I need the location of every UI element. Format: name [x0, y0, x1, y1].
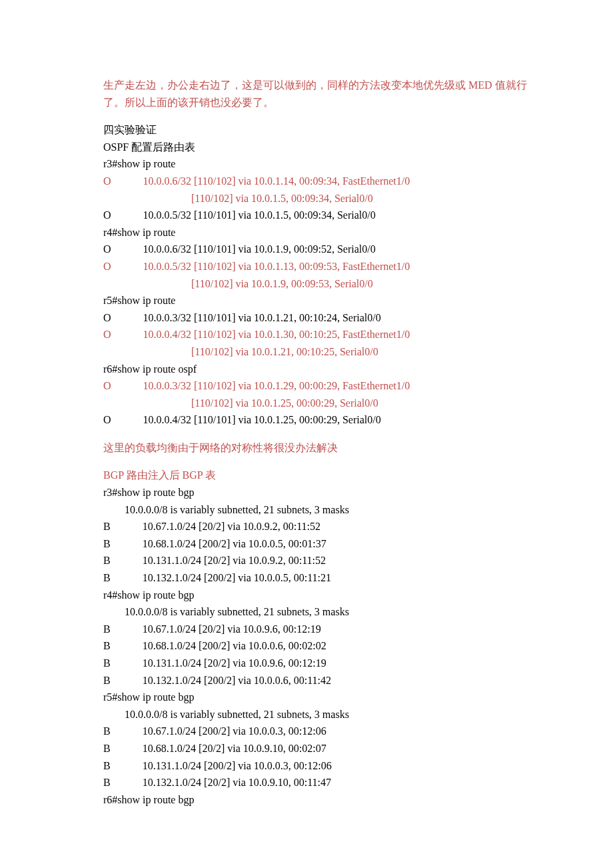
r6-route-line: O 10.0.0.4/32 [110/101] via 10.0.1.25, 0… [103, 411, 540, 429]
r6-route-line: [110/102] via 10.0.1.25, 00:00:29, Seria… [103, 395, 540, 412]
r5-bgp-line: B 10.67.1.0/24 [200/2] via 10.0.0.3, 00:… [103, 723, 540, 740]
r5-route-line: O 10.0.0.3/32 [110/101] via 10.0.1.21, 0… [103, 309, 540, 327]
section-title: 四实验验证 [103, 121, 540, 139]
r4-bgp-line: B 10.68.1.0/24 [200/2] via 10.0.0.6, 00:… [103, 637, 540, 655]
bgp-section-title: BGP 路由注入后 BGP 表 [103, 467, 540, 484]
r5-bgp-line: B 10.132.1.0/24 [20/2] via 10.0.9.10, 00… [103, 774, 540, 791]
note-symmetry: 这里的负载均衡由于网络的对称性将很没办法解决 [103, 439, 540, 457]
r4-command: r4#show ip route [103, 224, 540, 241]
r3-bgp-line: B 10.68.1.0/24 [200/2] via 10.0.0.5, 00:… [103, 535, 540, 553]
r3-bgp-command: r3#show ip route bgp [103, 484, 540, 501]
r3-bgp-line: B 10.132.1.0/24 [200/2] via 10.0.0.5, 00… [103, 569, 540, 587]
r6-bgp-command: r6#show ip route bgp [103, 791, 540, 809]
r4-route-line: [110/102] via 10.0.1.9, 00:09:53, Serial… [103, 275, 540, 293]
r3-bgp-subnet: 10.0.0.0/8 is variably subnetted, 21 sub… [103, 501, 540, 519]
ospf-subtitle: OSPF 配置后路由表 [103, 139, 540, 156]
r3-command: r3#show ip route [103, 155, 540, 173]
r3-route-line: O 10.0.0.5/32 [110/101] via 10.0.1.5, 00… [103, 207, 540, 224]
r3-route-line: [110/102] via 10.0.1.5, 00:09:34, Serial… [103, 190, 540, 207]
r4-bgp-subnet: 10.0.0.0/8 is variably subnetted, 21 sub… [103, 603, 540, 621]
r5-bgp-line: B 10.68.1.0/24 [20/2] via 10.0.9.10, 00:… [103, 740, 540, 757]
r5-command: r5#show ip route [103, 292, 540, 309]
r5-bgp-command: r5#show ip route bgp [103, 689, 540, 706]
document-page: 生产走左边，办公走右边了，这是可以做到的，同样的方法改变本地优先级或 MED 值… [0, 0, 613, 848]
r3-bgp-line: B 10.67.1.0/24 [20/2] via 10.0.9.2, 00:1… [103, 518, 540, 535]
r4-route-line: O 10.0.0.5/32 [110/102] via 10.0.1.13, 0… [103, 258, 540, 275]
intro-paragraph: 生产走左边，办公走右边了，这是可以做到的，同样的方法改变本地优先级或 MED 值… [103, 77, 540, 111]
r5-bgp-subnet: 10.0.0.0/8 is variably subnetted, 21 sub… [103, 706, 540, 723]
r4-bgp-line: B 10.132.1.0/24 [200/2] via 10.0.0.6, 00… [103, 672, 540, 689]
r4-bgp-line: B 10.131.1.0/24 [20/2] via 10.0.9.6, 00:… [103, 655, 540, 672]
r4-bgp-line: B 10.67.1.0/24 [20/2] via 10.0.9.6, 00:1… [103, 621, 540, 638]
r4-route-line: O 10.0.0.6/32 [110/101] via 10.0.1.9, 00… [103, 241, 540, 258]
r5-route-line: [110/102] via 10.0.1.21, 00:10:25, Seria… [103, 343, 540, 361]
r3-bgp-line: B 10.131.1.0/24 [20/2] via 10.0.9.2, 00:… [103, 552, 540, 569]
r3-route-line: O 10.0.0.6/32 [110/102] via 10.0.1.14, 0… [103, 173, 540, 190]
r6-command: r6#show ip route ospf [103, 361, 540, 378]
r4-bgp-command: r4#show ip route bgp [103, 587, 540, 604]
r6-route-line: O 10.0.0.3/32 [110/102] via 10.0.1.29, 0… [103, 377, 540, 395]
r5-route-line: O 10.0.0.4/32 [110/102] via 10.0.1.30, 0… [103, 326, 540, 343]
r5-bgp-line: B 10.131.1.0/24 [200/2] via 10.0.0.3, 00… [103, 757, 540, 775]
